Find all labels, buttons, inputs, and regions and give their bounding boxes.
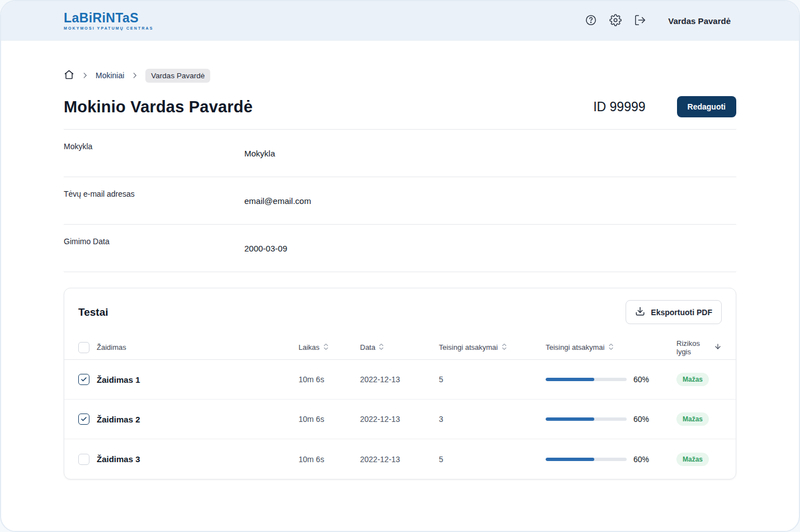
settings-button[interactable] (609, 15, 622, 28)
progress-bar (546, 378, 627, 381)
sort-icon (378, 343, 384, 352)
row-checkbox[interactable] (78, 414, 89, 425)
download-icon (635, 306, 645, 318)
progress-bar-fill (546, 458, 594, 461)
breadcrumb: Mokiniai Vardas Pavardė (64, 68, 736, 83)
game-date: 2022-12-13 (360, 375, 439, 384)
breadcrumb-home[interactable] (64, 69, 74, 82)
risk-cell: Mažas (676, 373, 722, 386)
row-checkbox[interactable] (78, 374, 89, 385)
breadcrumb-item-current: Vardas Pavardė (145, 69, 210, 83)
student-id: ID 99999 (593, 99, 645, 115)
risk-cell: Mažas (676, 412, 722, 426)
page-title: Mokinio Vardas Pavardė (64, 98, 253, 116)
logo[interactable]: LaBiRiNTaS MOKYMOSI YPATUMŲ CENTRAS (64, 12, 153, 30)
tests-card-title: Testai (78, 306, 108, 319)
column-label: Data (360, 343, 375, 352)
column-header-risk-level[interactable]: Rizikos lygis (676, 339, 722, 356)
tests-card-header: Testai Eksportuoti PDF (64, 288, 736, 335)
sort-icon (501, 343, 507, 352)
detail-value: email@email.com (244, 196, 311, 206)
column-label: Teisingi atsakymai (546, 343, 605, 352)
student-details: Mokykla Mokykla Tėvų e-mail adresas emai… (64, 129, 736, 272)
column-label: Rizikos lygis (676, 339, 711, 356)
progress-bar-fill (546, 378, 594, 381)
sort-icon (608, 343, 614, 352)
column-header-date[interactable]: Data (360, 343, 439, 352)
logo-subtitle: MOKYMOSI YPATUMŲ CENTRAS (64, 26, 153, 30)
sort-descending-icon (714, 343, 722, 352)
column-label: Žaidimas (97, 343, 126, 352)
logo-text: LaBiRiNTaS (64, 12, 153, 25)
progress-bar-fill (546, 417, 594, 421)
breadcrumb-item-mokiniai[interactable]: Mokiniai (96, 71, 124, 80)
logout-icon (634, 14, 646, 28)
export-pdf-label: Eksportuoti PDF (651, 308, 712, 317)
game-time: 10m 6s (299, 375, 360, 384)
correct-answers-count: 3 (439, 415, 546, 424)
tests-card: Testai Eksportuoti PDF Ža (64, 288, 736, 479)
detail-label: Mokykla (64, 130, 244, 151)
game-name: Žaidimas 1 (97, 375, 299, 384)
chevron-right-icon (81, 72, 89, 79)
top-bar: LaBiRiNTaS MOKYMOSI YPATUMŲ CENTRAS (1, 1, 799, 41)
column-label: Laikas (299, 343, 320, 352)
risk-cell: Mažas (676, 453, 722, 466)
title-actions: ID 99999 Redaguoti (593, 96, 736, 117)
game-date: 2022-12-13 (360, 455, 439, 464)
help-icon (585, 14, 597, 28)
row-checkbox[interactable] (78, 454, 89, 465)
game-time: 10m 6s (299, 455, 360, 464)
detail-label: Tėvų e-mail adresas (64, 177, 244, 198)
chevron-right-icon (131, 72, 139, 79)
game-name: Žaidimas 2 (97, 415, 299, 424)
select-all-checkbox[interactable] (78, 342, 89, 353)
progress-bar (546, 417, 627, 421)
help-button[interactable] (584, 15, 598, 28)
row-checkbox-cell (78, 414, 97, 425)
risk-badge: Mažas (676, 412, 709, 426)
game-date: 2022-12-13 (360, 415, 439, 424)
progress-cell: 60% (546, 455, 676, 464)
column-header-game: Žaidimas (97, 343, 299, 352)
title-row: Mokinio Vardas Pavardė ID 99999 Redaguot… (64, 96, 736, 117)
detail-value: Mokykla (244, 149, 275, 158)
user-name[interactable]: Vardas Pavardė (668, 16, 731, 26)
progress-label: 60% (633, 415, 649, 424)
column-header-correct-answers[interactable]: Teisingi atsakymai (439, 343, 546, 352)
column-header-time[interactable]: Laikas (299, 343, 360, 352)
top-bar-actions: Vardas Pavardė (584, 15, 731, 28)
column-header-correct-answers-pct[interactable]: Teisingi atsakymai (546, 343, 676, 352)
page: LaBiRiNTaS MOKYMOSI YPATUMŲ CENTRAS (0, 0, 800, 532)
logout-button[interactable] (633, 15, 647, 28)
game-time: 10m 6s (299, 415, 360, 424)
row-checkbox-cell (78, 454, 97, 465)
table-row: Žaidimas 1 10m 6s 2022-12-13 5 60% Mažas (64, 360, 736, 400)
main-content: Mokiniai Vardas Pavardė Mokinio Vardas P… (1, 68, 799, 272)
progress-bar (546, 458, 627, 461)
correct-answers-count: 5 (439, 455, 546, 464)
home-icon (64, 69, 74, 82)
game-name: Žaidimas 3 (97, 454, 299, 464)
progress-cell: 60% (546, 375, 676, 384)
row-checkbox-cell (78, 374, 97, 385)
progress-cell: 60% (546, 415, 676, 424)
progress-label: 60% (633, 455, 649, 464)
detail-value: 2000-03-09 (244, 244, 287, 253)
risk-badge: Mažas (676, 373, 709, 386)
correct-answers-count: 5 (439, 375, 546, 384)
settings-icon (609, 14, 622, 28)
detail-row-parent-email: Tėvų e-mail adresas email@email.com (64, 177, 736, 225)
edit-button[interactable]: Redaguoti (677, 96, 736, 117)
detail-label: Gimimo Data (64, 225, 244, 246)
sort-icon (323, 343, 329, 352)
detail-row-birth-date: Gimimo Data 2000-03-09 (64, 225, 736, 272)
risk-badge: Mažas (676, 453, 709, 466)
table-row: Žaidimas 3 10m 6s 2022-12-13 5 60% Mažas (64, 439, 736, 479)
export-pdf-button[interactable]: Eksportuoti PDF (626, 300, 722, 324)
table-row: Žaidimas 2 10m 6s 2022-12-13 3 60% Mažas (64, 400, 736, 439)
column-label: Teisingi atsakymai (439, 343, 498, 352)
progress-label: 60% (633, 375, 649, 384)
select-all-cell (78, 342, 97, 353)
detail-row-school: Mokykla Mokykla (64, 130, 736, 177)
